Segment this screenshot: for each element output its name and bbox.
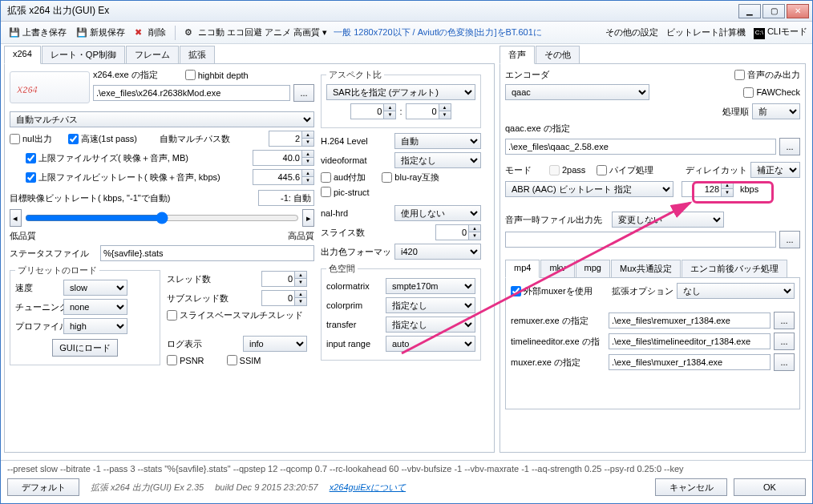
remuxer-browse[interactable]: ... (774, 312, 795, 329)
build-info: build Dec 9 2015 23:20:57 (215, 482, 318, 492)
aspect-a[interactable] (351, 104, 383, 119)
bitrate-calc-link[interactable]: ビットレート計算機 (666, 26, 746, 38)
temp-browse[interactable]: ... (779, 231, 800, 248)
highbit-checkbox[interactable] (185, 70, 196, 80)
tab-batch[interactable]: エンコ前後バッチ処理 (682, 260, 787, 277)
temp-select[interactable]: 変更しない (612, 212, 724, 228)
qaac-exe-path[interactable] (505, 139, 776, 155)
gui-load-button[interactable]: GUIにロード (52, 339, 118, 357)
threads[interactable] (262, 272, 294, 286)
default-button[interactable]: デフォルト (7, 478, 79, 496)
transfer-select[interactable]: 指定なし (386, 317, 475, 333)
ssim-checkbox[interactable] (227, 355, 237, 365)
temp-path[interactable] (505, 232, 776, 248)
twopass-checkbox (549, 165, 560, 175)
tab-frame[interactable]: フレーム (126, 46, 179, 63)
tune-select[interactable]: none (63, 299, 127, 315)
psnr-checkbox[interactable] (167, 355, 177, 365)
minimize-button[interactable]: ▁ (738, 4, 761, 18)
fast1st-checkbox[interactable] (68, 134, 79, 144)
tab-rate-qp[interactable]: レート・QP制御 (42, 46, 125, 63)
muxer-browse[interactable]: ... (774, 353, 795, 371)
close-button[interactable]: ✕ (787, 4, 809, 18)
bluray-checkbox[interactable] (382, 172, 392, 183)
target-bitrate-label: 目標映像ビットレート( kbps, "-1"で自動) (10, 192, 170, 204)
multipass-num[interactable] (269, 131, 301, 146)
disk-icon: 💾 (9, 27, 20, 38)
x264exe-label: x264.exe の指定 (93, 69, 158, 81)
about-link[interactable]: x264guiExについて (330, 482, 406, 494)
pipe-checkbox[interactable] (597, 165, 607, 175)
speed-select[interactable]: slow (63, 280, 127, 296)
slices[interactable] (436, 225, 468, 240)
multipass-select[interactable]: 自動マルチパス (10, 111, 314, 127)
svg-text:X264: X264 (16, 85, 38, 95)
ok-button[interactable]: OK (734, 478, 806, 496)
other-settings-link[interactable]: その他の設定 (605, 26, 658, 38)
delete-button[interactable]: ✖削除 (131, 25, 169, 40)
audio-only-checkbox[interactable] (734, 70, 745, 80)
aud-checkbox[interactable] (321, 172, 331, 183)
outcolor-select[interactable]: i420 (394, 244, 481, 260)
tc-path[interactable] (609, 333, 771, 349)
cancel-button[interactable]: キャンセル (655, 478, 727, 496)
videofmt-select[interactable]: 指定なし (394, 152, 481, 168)
profile-select[interactable]: high (63, 318, 127, 334)
nico-preset-button[interactable]: ⚙ニコ動 エコ回避 アニメ 高画質▾ (181, 25, 330, 40)
audio-bitrate[interactable] (682, 182, 721, 196)
preset-legend: プリセットのロード (15, 264, 99, 276)
pic-checkbox[interactable] (321, 187, 331, 197)
quality-slider[interactable] (25, 211, 300, 225)
highq-label: 高品質 (288, 230, 314, 242)
limit-size-checkbox[interactable] (26, 153, 36, 163)
x264exe-browse[interactable]: ... (293, 84, 314, 102)
faw-checkbox[interactable] (743, 87, 754, 98)
encoder-select[interactable]: qaac (505, 84, 649, 100)
subthreads[interactable] (262, 291, 294, 305)
tab-mkv[interactable]: mkv (540, 260, 574, 277)
nalhrd-select[interactable]: 使用しない (394, 205, 481, 221)
nul-checkbox[interactable] (10, 134, 20, 144)
aspect-b[interactable] (406, 104, 439, 119)
extopt-select[interactable]: なし (677, 283, 795, 299)
disk-new-icon: 💾 (76, 27, 87, 38)
saveas-button[interactable]: 💾新規保存 (73, 25, 128, 40)
limit-size-value[interactable] (253, 151, 301, 165)
inputrange-select[interactable]: auto (386, 336, 475, 352)
colormatrix-select[interactable]: smpte170m (386, 278, 475, 294)
tab-other[interactable]: その他 (536, 46, 580, 63)
slider-left[interactable]: ◂ (10, 209, 22, 227)
tab-mpg[interactable]: mpg (576, 260, 610, 277)
slider-right[interactable]: ▸ (302, 209, 314, 227)
lowq-label: 低品質 (10, 230, 36, 242)
status-file-label: ステータスファイル (10, 248, 89, 260)
tab-muxcommon[interactable]: Mux共通設定 (611, 260, 681, 277)
audio-mode-select[interactable]: ABR (AAC) ビットレート 指定 (505, 181, 673, 197)
save-button[interactable]: 💾上書き保存 (6, 25, 70, 40)
muxer-path[interactable] (609, 354, 771, 370)
tab-ext[interactable]: 拡張 (180, 46, 215, 63)
log-select[interactable]: info (243, 336, 307, 352)
delay-select[interactable]: 補正なし (750, 162, 800, 178)
qaac-browse[interactable]: ... (779, 138, 800, 155)
limit-rate-value[interactable] (253, 170, 301, 184)
tab-x264[interactable]: x264 (4, 46, 41, 64)
level-select[interactable]: 自動 (394, 133, 481, 149)
cli-mode-link[interactable]: C:\ CLIモード (754, 26, 807, 39)
target-bitrate[interactable] (258, 190, 314, 206)
order-select[interactable]: 前 (752, 103, 800, 119)
tab-audio[interactable]: 音声 (500, 46, 535, 64)
multipass-num-label: 自動マルチパス数 (160, 133, 230, 145)
status-file[interactable] (100, 245, 314, 261)
tab-mp4[interactable]: mp4 (505, 260, 540, 278)
extmux-checkbox[interactable] (511, 286, 521, 296)
limit-rate-checkbox[interactable] (26, 172, 36, 183)
tc-browse[interactable]: ... (774, 333, 795, 350)
separator (175, 26, 176, 40)
x264exe-path[interactable] (93, 85, 290, 101)
aspect-mode[interactable]: SAR比を指定 (デフォルト) (326, 84, 475, 100)
remuxer-path[interactable] (609, 312, 771, 329)
slice-mt-checkbox[interactable] (167, 310, 177, 321)
maximize-button[interactable]: ▢ (762, 4, 785, 18)
colorprim-select[interactable]: 指定なし (386, 297, 475, 313)
